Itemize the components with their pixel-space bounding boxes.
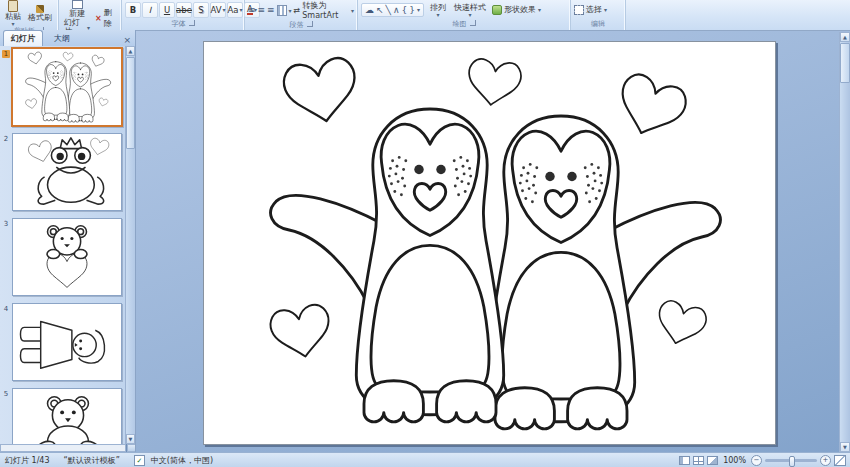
ribbon-group-font: B I U abe S AV ▾ Aa ▾ A ▾ 字体 xyxy=(122,0,245,30)
theme-name: “默认设计模板” xyxy=(64,455,120,466)
main-scrollbar[interactable]: ▲ ▼ xyxy=(839,32,850,452)
slide-number: 1 xyxy=(2,50,10,58)
slide-4-thumb-bear-lying[interactable] xyxy=(12,303,122,381)
slide-number: 5 xyxy=(2,390,10,398)
zoom-slider-thumb[interactable] xyxy=(789,456,795,467)
zoom-in-button[interactable]: + xyxy=(820,455,831,466)
dialog-launcher-icon[interactable] xyxy=(189,20,195,26)
main-scrollbar-thumb[interactable] xyxy=(840,43,850,83)
drawing-group-label: 绘图 xyxy=(358,19,570,30)
slide-number: 2 xyxy=(2,135,10,143)
slide-1-thumb-penguins[interactable] xyxy=(11,47,123,127)
tab-outline[interactable]: 大纲 xyxy=(46,30,78,46)
ribbon-group-clipboard: 粘贴 ▾ 格式刷 剪贴板 xyxy=(0,0,59,30)
slide-thumbnail-4[interactable]: 4 xyxy=(0,303,135,383)
editing-group-label: 编辑 xyxy=(571,19,625,30)
new-slide-icon xyxy=(72,0,83,9)
freeform-shape-icon: ∧ xyxy=(393,5,400,15)
smartart-icon: ⇄ xyxy=(294,6,301,15)
panel-horizontal-scrollbar[interactable] xyxy=(0,444,126,452)
spellcheck-icon[interactable]: ✓ xyxy=(134,455,145,466)
slide-thumbnail-1[interactable]: 1 xyxy=(0,48,135,128)
chevron-down-icon: ▾ xyxy=(87,25,90,30)
paste-button[interactable]: 粘贴 ▾ xyxy=(3,0,23,26)
align-left-button[interactable]: ≡ xyxy=(248,5,256,15)
slide-thumbnail-3[interactable]: 3 xyxy=(0,218,135,298)
chevron-down-icon: ▾ xyxy=(289,8,292,13)
cloud-shape-icon: ☁ xyxy=(365,5,374,15)
scroll-down-icon[interactable]: ▼ xyxy=(840,442,850,452)
change-case-button[interactable]: Aa ▾ xyxy=(227,2,243,18)
slides-panel: 1 2 3 4 5 xyxy=(0,46,136,444)
brace-right-icon: } xyxy=(409,5,415,15)
scroll-down-icon[interactable]: ▼ xyxy=(126,434,135,444)
close-panel-icon[interactable]: × xyxy=(123,36,131,44)
statusbar-right-controls: 100% − + xyxy=(679,455,846,466)
select-button[interactable]: 选择 ▾ xyxy=(574,4,607,15)
slide-canvas[interactable] xyxy=(203,41,776,445)
columns-button[interactable] xyxy=(277,5,287,16)
bear-heart-thumb-art xyxy=(13,219,121,295)
fit-to-window-button[interactable] xyxy=(834,455,846,466)
zoom-slider[interactable] xyxy=(765,459,817,462)
slide-2-thumb-frog[interactable] xyxy=(12,133,122,211)
chevron-down-icon: ▾ xyxy=(223,7,226,12)
ribbon-group-drawing: ☁ ↖ ╲ ∧ { } ▾ 排列 ▾ 快速样式 ▾ xyxy=(358,0,571,30)
slide-indicator: 幻灯片 1/43 xyxy=(5,455,50,466)
ribbon: 粘贴 ▾ 格式刷 剪贴板 新建 幻灯片 ▾ xyxy=(0,0,850,31)
ribbon-spacer xyxy=(626,0,850,30)
italic-button[interactable]: I xyxy=(142,2,158,18)
chevron-down-icon: ▾ xyxy=(469,12,472,17)
scroll-up-icon[interactable]: ▲ xyxy=(840,32,850,42)
paste-icon xyxy=(8,0,18,12)
powerpoint-window: 粘贴 ▾ 格式刷 剪贴板 新建 幻灯片 ▾ xyxy=(0,0,850,467)
slide-thumbnail-5[interactable]: 5 xyxy=(0,388,135,444)
line-shape-icon: ╲ xyxy=(386,5,391,15)
slide-sorter-view-button[interactable] xyxy=(693,456,704,465)
shapes-gallery[interactable]: ☁ ↖ ╲ ∧ { } ▾ xyxy=(361,3,424,17)
panel-scrollbar[interactable]: ▲ ▼ xyxy=(125,46,135,444)
chevron-down-icon: ▾ xyxy=(240,7,243,12)
ribbon-group-editing: 选择 ▾ 编辑 xyxy=(571,0,626,30)
frog-thumb-art xyxy=(13,134,121,210)
slide-thumbnail-2[interactable]: 2 xyxy=(0,133,135,213)
slide-5-thumb-bear-sitting[interactable] xyxy=(12,388,122,444)
bold-button[interactable]: B xyxy=(125,2,141,18)
arrange-button[interactable]: 排列 ▾ xyxy=(428,3,448,17)
slideshow-view-button[interactable] xyxy=(707,456,718,465)
text-shadow-button[interactable]: S xyxy=(193,2,209,18)
format-painter-button[interactable]: 格式刷 xyxy=(26,5,54,22)
chevron-down-icon: ▾ xyxy=(351,8,354,13)
shape-effects-icon xyxy=(492,5,502,15)
tab-slides[interactable]: 幻灯片 xyxy=(3,30,43,46)
strikethrough-button[interactable]: abe xyxy=(176,2,192,18)
format-painter-icon xyxy=(36,5,44,13)
slide-3-thumb-bear-heart[interactable] xyxy=(12,218,122,296)
editing-area: ▲ ▼ xyxy=(136,31,850,452)
dialog-launcher-icon[interactable] xyxy=(307,21,313,27)
language-indicator: 中文(简体，中国) xyxy=(151,455,213,466)
scroll-up-icon[interactable]: ▲ xyxy=(126,46,135,56)
quick-styles-button[interactable]: 快速样式 ▾ xyxy=(452,3,488,17)
brace-left-icon: { xyxy=(402,5,408,15)
zoom-out-button[interactable]: − xyxy=(751,455,762,466)
delete-slide-button[interactable]: × 删除 xyxy=(95,7,118,29)
underline-button[interactable]: U xyxy=(159,2,175,18)
penguins-thumb-art xyxy=(13,49,121,125)
zoom-level[interactable]: 100% xyxy=(723,456,746,465)
panel-tabs: 幻灯片 大纲 × xyxy=(0,30,136,46)
paragraph-group-label: 段落 xyxy=(245,20,357,31)
dialog-launcher-icon[interactable] xyxy=(470,20,476,26)
character-spacing-button[interactable]: AV ▾ xyxy=(210,2,226,18)
bear-sitting-thumb-art xyxy=(13,389,121,444)
align-right-button[interactable]: ≡ xyxy=(267,5,275,15)
align-center-button[interactable]: ≡ xyxy=(258,5,266,15)
shape-effects-button[interactable]: 形状效果 ▾ xyxy=(492,4,541,15)
ribbon-group-paragraph: ≡ ≡ ≡ ▾ ⇄ 转换为 SmartArt ▾ 段落 xyxy=(245,0,358,30)
normal-view-button[interactable] xyxy=(679,456,690,465)
chevron-down-icon: ▾ xyxy=(604,7,607,12)
slide-number: 3 xyxy=(2,220,10,228)
convert-to-smartart-button[interactable]: ⇄ 转换为 SmartArt ▾ xyxy=(294,0,354,20)
select-icon xyxy=(574,5,584,15)
panel-scrollbar-thumb[interactable] xyxy=(126,57,135,149)
